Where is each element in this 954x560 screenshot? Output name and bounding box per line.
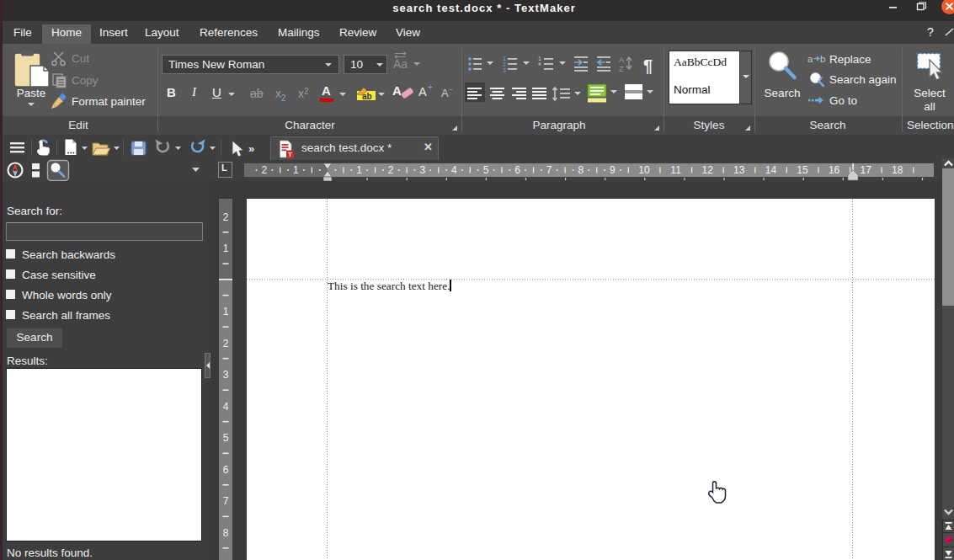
svg-text:8: 8 bbox=[223, 527, 229, 539]
svg-text:6: 6 bbox=[514, 164, 520, 176]
svg-text:2: 2 bbox=[261, 164, 267, 176]
svg-text:7: 7 bbox=[223, 495, 229, 507]
svg-text:17: 17 bbox=[861, 164, 872, 176]
svg-text:10: 10 bbox=[638, 164, 650, 176]
svg-text:3: 3 bbox=[419, 164, 425, 176]
svg-text:2: 2 bbox=[223, 338, 229, 349]
svg-text:4: 4 bbox=[451, 164, 457, 176]
svg-text:2: 2 bbox=[388, 164, 394, 176]
svg-text:14: 14 bbox=[765, 164, 777, 176]
svg-text:3: 3 bbox=[223, 369, 229, 381]
svg-text:5: 5 bbox=[483, 164, 489, 176]
svg-text:1: 1 bbox=[223, 243, 229, 254]
svg-text:8: 8 bbox=[578, 164, 584, 176]
svg-text:5: 5 bbox=[223, 432, 229, 444]
svg-text:1: 1 bbox=[293, 164, 299, 176]
svg-text:11: 11 bbox=[670, 164, 681, 176]
svg-text:9: 9 bbox=[610, 164, 616, 176]
svg-text:6: 6 bbox=[223, 464, 229, 476]
svg-text:12: 12 bbox=[702, 164, 714, 176]
svg-text:13: 13 bbox=[733, 164, 745, 176]
svg-text:18: 18 bbox=[892, 164, 903, 176]
svg-text:16: 16 bbox=[829, 164, 840, 176]
svg-text:1: 1 bbox=[223, 306, 229, 317]
svg-text:4: 4 bbox=[223, 401, 229, 413]
svg-text:15: 15 bbox=[797, 164, 808, 176]
svg-text:1: 1 bbox=[356, 164, 362, 176]
svg-text:7: 7 bbox=[546, 164, 552, 176]
svg-text:2: 2 bbox=[223, 211, 229, 223]
